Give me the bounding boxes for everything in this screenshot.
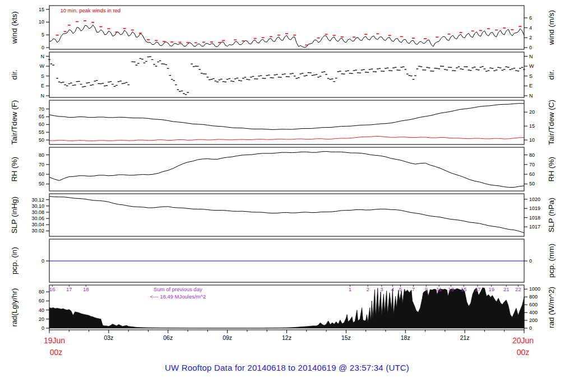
radiation-sum-label: 16 — [49, 286, 55, 292]
tick-label-left: 0 — [41, 258, 44, 264]
tick-label-right: 1000 — [529, 286, 540, 292]
tick-label-left: 80 — [39, 289, 44, 295]
panel-slp: 30.0230.0430.0630.0830.1030.121017101810… — [10, 194, 556, 236]
radiation-sum-label: 4 — [391, 286, 394, 292]
radiation-sum-label: 11 — [436, 286, 442, 292]
tick-label-right: 0 — [529, 45, 532, 50]
meteorogram-figure: 0510150246wind (kts)wind (m/s)10 min. pe… — [0, 0, 574, 392]
tick-label-left: 60 — [39, 298, 44, 304]
tick-label-right: 1018 — [529, 215, 540, 221]
tick-label-left: S — [41, 73, 44, 79]
x-tick-label: 03z — [104, 334, 113, 341]
x-axis: 03z06z09z12z15z18z21z19Jun00z20Jun00z — [44, 330, 534, 357]
tick-label-left: 15 — [39, 7, 44, 12]
x-tick-label: 12z — [282, 334, 291, 341]
x-tick-label: 18z — [401, 334, 410, 341]
tick-label-left: 65 — [39, 114, 44, 119]
radiation-sum-label: 2 — [367, 286, 369, 292]
tick-label-left: 0 — [41, 45, 44, 50]
tick-label-left: 10 — [39, 19, 44, 25]
panel-temp: 5055606570101520Tair/Tdew (F)Tair/Tdew (… — [10, 100, 556, 145]
x-end-date: 20Jun — [512, 336, 534, 345]
axis-label-left-temp: Tair/Tdew (F) — [10, 100, 18, 145]
tick-label-right: 50 — [529, 181, 535, 186]
axis-label-right-dir: dir. — [547, 69, 556, 80]
x-tick-label: 06z — [163, 334, 173, 341]
tick-label-right: 4 — [529, 25, 532, 31]
tick-label-left: 40 — [39, 307, 44, 313]
panel-rh: 5060708050607080RH (%)RH (%) — [10, 147, 556, 191]
radiation-sum-label: 19 — [488, 286, 494, 292]
tick-label-left: 70 — [39, 162, 44, 167]
tick-label-left: 50 — [39, 181, 44, 186]
axis-label-left-pcp: pcp. (in) — [10, 247, 18, 274]
tick-label-right: 0 — [529, 258, 532, 264]
radiation-sum-label: 13 — [448, 286, 454, 292]
x-start-hour: 00z — [50, 348, 63, 357]
chart-title: UW Rooftop Data for 20140618 to 20140619… — [0, 363, 574, 372]
tick-label-right: 10 — [529, 137, 535, 143]
tick-label-left: W — [40, 63, 45, 69]
tick-label-right: 1019 — [529, 206, 540, 211]
panel-rad: 02040608002004006008001000rad(Lgly/hr)ra… — [10, 285, 556, 331]
tick-label-right: 800 — [529, 294, 538, 300]
tick-label-right: 400 — [529, 310, 538, 315]
axis-label-right-pcp: pcp. (mm) — [547, 244, 556, 278]
axis-label-left-rad: rad(Lgly/hr) — [10, 288, 18, 326]
tick-label-right: 6 — [529, 15, 532, 21]
radiation-sum-label: 3 — [380, 286, 383, 292]
tick-label-left: 30.12 — [31, 197, 44, 203]
tick-label-left: 30.02 — [31, 228, 44, 234]
radiation-sum-label: 5 — [399, 286, 402, 292]
radiation-sum-label: 18 — [83, 286, 89, 292]
tick-label-right: 80 — [529, 152, 535, 158]
tick-label-right: 1020 — [529, 197, 540, 202]
tick-label-left: 60 — [39, 122, 44, 127]
axis-label-right-rad: rad (W/m^2) — [547, 287, 556, 328]
radiation-sum-label: 1 — [349, 286, 351, 292]
tick-label-right: 0 — [529, 325, 532, 331]
tick-label-right: 2 — [529, 35, 532, 40]
tick-label-right: 600 — [529, 302, 538, 307]
tick-label-left: 70 — [39, 106, 44, 112]
axis-label-left-dir: dir. — [10, 69, 18, 80]
x-tick-label: 21z — [460, 334, 470, 341]
tick-label-left: 0 — [41, 325, 44, 331]
panel-annotation: 10 min. peak winds in red — [60, 7, 121, 13]
axis-label-left-wind: wind (kts) — [10, 11, 18, 44]
tick-label-right: 70 — [529, 162, 535, 167]
panel-wind: 0510150246wind (kts)wind (m/s)10 min. pe… — [10, 6, 556, 50]
radiation-sum-label: 17 — [66, 286, 72, 292]
tick-label-right: E — [529, 83, 533, 88]
tick-label-left: 30.04 — [31, 222, 44, 227]
tick-label-left: N — [41, 54, 45, 59]
tick-label-left: 5 — [41, 32, 44, 38]
tick-label-left: 80 — [39, 152, 44, 158]
tick-label-left: 60 — [39, 171, 44, 177]
tick-label-left: 50 — [39, 137, 44, 143]
tick-label-left: N — [41, 93, 45, 99]
meteorogram-plot: 0510150246wind (kts)wind (m/s)10 min. pe… — [0, 0, 574, 392]
tick-label-left: 30.08 — [31, 209, 44, 215]
tick-label-right: S — [529, 73, 533, 79]
x-tick-label: 09z — [223, 334, 232, 341]
tick-label-right: N — [529, 54, 533, 59]
radiation-sum-label: 15 — [461, 286, 467, 292]
tick-label-left: 20 — [39, 316, 44, 322]
radiation-sum-label: 22 — [515, 286, 521, 292]
panel-annotation: <--- 18.49 MJoules/m^2 — [150, 293, 206, 300]
axis-label-right-slp: SLP (hPa) — [547, 198, 556, 232]
x-end-hour: 00z — [517, 348, 530, 357]
tick-label-left: E — [41, 83, 44, 88]
tick-label-right: 60 — [529, 171, 535, 177]
panel-pcp: 00pcp. (in)pcp. (mm) — [10, 239, 556, 282]
x-tick-label: 15z — [341, 334, 351, 341]
tick-label-right: 15 — [529, 123, 535, 129]
tick-label-right: 200 — [529, 318, 538, 323]
radiation-sum-label: 17 — [475, 286, 481, 292]
tick-label-right: 20 — [529, 109, 535, 115]
tick-label-left: 55 — [39, 129, 44, 135]
axis-label-right-wind: wind (m/s) — [547, 10, 556, 45]
axis-label-left-rh: RH (%) — [10, 157, 18, 181]
tick-label-right: 1017 — [529, 224, 540, 230]
